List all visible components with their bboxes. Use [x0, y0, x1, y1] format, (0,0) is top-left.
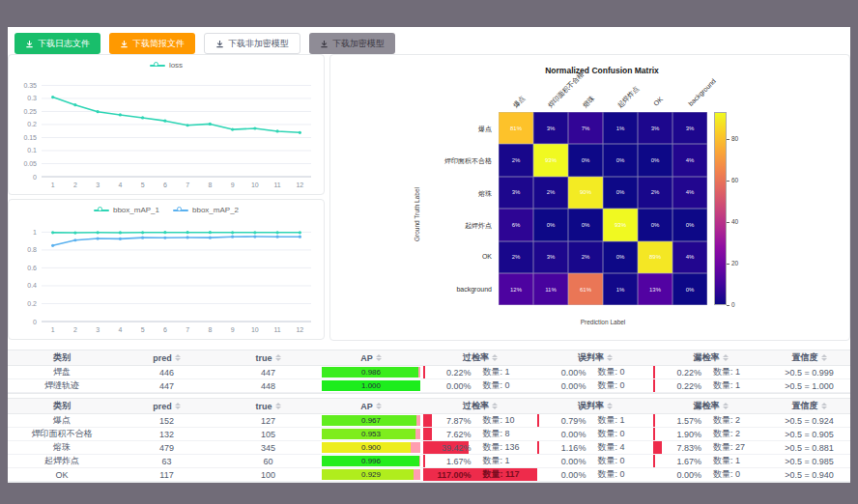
col-header[interactable]: 漏检率: [653, 399, 768, 413]
matrix-cell: 4%: [672, 144, 707, 176]
svg-text:0.05: 0.05: [23, 160, 37, 167]
rate-cell: 39.42%数量: 136: [423, 441, 537, 454]
confusion-matrix-card: Normalized Confusion Matrix 81%3%7%1%3%3…: [329, 54, 850, 341]
matrix-row-label: 焊印面积不合格: [444, 156, 492, 166]
table-row: OK 117 100 0.929 117.00%数量: 117 0.00%数量:…: [8, 468, 850, 482]
legend-item[interactable]: bbox_mAP_2: [173, 206, 239, 214]
matrix-cell: 11%: [533, 273, 568, 305]
matrix-cell: 0%: [638, 144, 672, 176]
pred-cell: 63: [116, 455, 217, 467]
col-header[interactable]: pred: [116, 350, 217, 365]
matrix-cell: 0%: [638, 209, 672, 240]
rate-cell: 0.22%数量: 1: [653, 379, 768, 392]
col-header[interactable]: 误判率: [537, 350, 653, 365]
col-header[interactable]: pred: [116, 399, 217, 413]
download-report-button[interactable]: 下载简报文件: [109, 33, 195, 54]
button-label: 下载非加密模型: [228, 38, 289, 50]
true-cell: 448: [217, 379, 319, 392]
svg-text:9: 9: [231, 182, 235, 188]
detector-metrics-table: 类别predtrueAP过检率误判率漏检率置信度 焊盘 446 447 0.98…: [8, 350, 850, 394]
legend-item[interactable]: bbox_mAP_1: [94, 206, 159, 214]
pred-cell: 117: [116, 468, 217, 481]
sort-caret-icon: [275, 403, 281, 409]
col-header[interactable]: 过检率: [423, 399, 537, 413]
sort-caret-icon: [275, 354, 281, 361]
confusion-matrix-grid: 81%3%7%1%3%3%2%93%0%0%0%4%3%2%90%0%2%4%6…: [499, 112, 707, 305]
download-encrypted-model-button[interactable]: 下载加密模型: [309, 33, 395, 54]
table-row: 焊印面积不合格 132 105 0.953 7.62%数量: 8 0.00%数量…: [8, 428, 850, 441]
confidence-cell: >0.5 = 0.881: [768, 441, 850, 454]
col-header[interactable]: AP: [319, 399, 423, 413]
svg-text:12: 12: [296, 326, 303, 333]
col-header[interactable]: true: [217, 399, 319, 413]
rate-cell: 117.00%数量: 117: [423, 468, 537, 481]
class-name-cell: 焊盘: [8, 366, 116, 378]
matrix-col-label: 焊印面积不合格: [546, 70, 586, 110]
svg-text:0.15: 0.15: [23, 134, 37, 141]
confusion-matrix-title: Normalized Confusion Matrix: [457, 66, 747, 75]
matrix-cell: 4%: [672, 177, 707, 209]
svg-text:0.2: 0.2: [27, 300, 37, 307]
sort-caret-icon: [607, 354, 613, 361]
svg-text:12: 12: [296, 182, 303, 188]
matrix-cell: 1%: [603, 273, 638, 305]
col-header[interactable]: true: [217, 350, 319, 365]
true-cell: 105: [217, 428, 319, 440]
matrix-row-label: OK: [482, 253, 492, 260]
matrix-cell: 1%: [603, 112, 638, 144]
training-dashboard: 下载日志文件 下载简报文件 下载非加密模型 下载加密模型: [8, 27, 850, 483]
table-row: 熔珠 479 345 0.900 39.42%数量: 136 1.16%数量: …: [8, 441, 850, 455]
col-header[interactable]: 误判率: [537, 399, 653, 413]
line-chart-svg: 00.050.10.150.20.250.30.3512345678910111…: [9, 55, 324, 194]
svg-text:1: 1: [51, 326, 55, 333]
legend-item[interactable]: loss: [150, 61, 183, 70]
download-log-button[interactable]: 下载日志文件: [14, 33, 100, 54]
matrix-cell: 0%: [603, 144, 638, 176]
svg-text:0.2: 0.2: [27, 121, 37, 127]
matrix-col-label: OK: [652, 96, 664, 107]
download-icon: [120, 40, 129, 48]
svg-text:8: 8: [208, 326, 212, 333]
rate-cell: 7.62%数量: 8: [423, 428, 537, 440]
sort-caret-icon: [607, 403, 613, 409]
pred-cell: 152: [116, 414, 217, 427]
true-cell: 127: [217, 414, 319, 427]
col-header[interactable]: 置信度: [768, 350, 850, 365]
col-header[interactable]: 过检率: [423, 350, 537, 365]
confidence-cell: >0.5 = 0.985: [768, 455, 850, 467]
sort-caret-icon: [492, 354, 498, 361]
svg-text:7: 7: [186, 182, 189, 188]
svg-text:0.3: 0.3: [27, 95, 37, 101]
matrix-cell: 2%: [568, 241, 603, 273]
map-chart: 00.20.40.60.81123456789101112: [9, 200, 324, 339]
rate-cell: 0.00%数量: 0: [653, 468, 768, 481]
matrix-row-label: 熔珠: [478, 189, 492, 199]
x-axis-label: Prediction Label: [499, 319, 707, 325]
colorbar-tick: 60: [731, 177, 738, 183]
matrix-cell: 0%: [672, 273, 707, 305]
matrix-cell: 0%: [603, 177, 638, 209]
svg-text:0: 0: [33, 319, 37, 325]
ap-cell: 0.929: [319, 468, 423, 481]
sort-caret-icon: [723, 354, 729, 361]
toolbar: 下载日志文件 下载简报文件 下载非加密模型 下载加密模型: [14, 33, 395, 54]
svg-text:7: 7: [186, 326, 189, 333]
matrix-col-label: 起焊炸点: [615, 84, 642, 110]
true-cell: 345: [217, 441, 319, 454]
rate-cell: 0.22%数量: 1: [653, 366, 768, 378]
col-header[interactable]: 漏检率: [653, 350, 768, 365]
window-frame: 下载日志文件 下载简报文件 下载非加密模型 下载加密模型: [0, 0, 858, 504]
matrix-cell: 93%: [603, 209, 638, 240]
class-name-cell: 焊缝轨迹: [8, 379, 116, 392]
svg-text:1: 1: [33, 229, 37, 236]
download-unencrypted-model-button[interactable]: 下载非加密模型: [204, 33, 300, 54]
confidence-cell: >0.5 = 0.940: [768, 468, 850, 481]
col-header[interactable]: 置信度: [768, 399, 850, 413]
rate-cell: 0.00%数量: 0: [537, 428, 653, 440]
matrix-cell: 61%: [568, 273, 603, 305]
col-header[interactable]: AP: [319, 350, 423, 365]
line-series-icon: [94, 207, 109, 214]
class-name-cell: 起焊炸点: [8, 455, 116, 467]
pred-cell: 447: [116, 379, 217, 392]
line-series-icon: [173, 207, 188, 214]
